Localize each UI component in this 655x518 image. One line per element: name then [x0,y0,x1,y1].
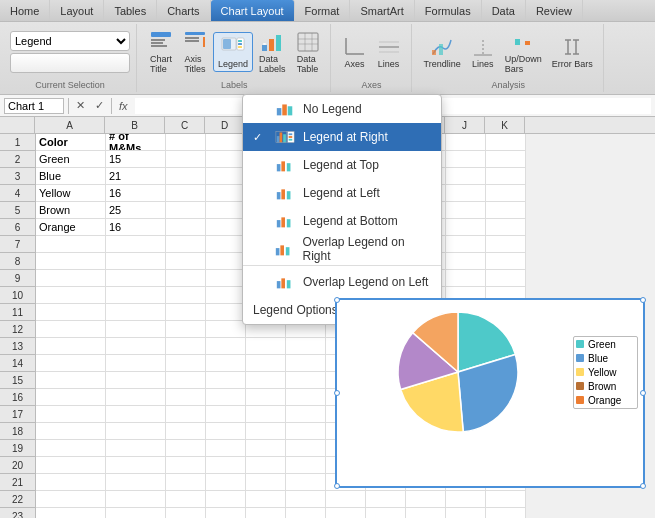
cell-r21c3[interactable] [166,474,206,491]
cell-r2c2[interactable]: 15 [106,151,166,168]
cell-r13c10[interactable] [446,338,486,355]
cell-r18c4[interactable] [206,423,246,440]
cell-r17c3[interactable] [166,406,206,423]
cell-r18c11[interactable] [486,423,526,440]
tab-layout[interactable]: Layout [50,0,104,21]
cell-r11c1[interactable] [36,304,106,321]
cell-r6c3[interactable] [166,219,206,236]
up-down-bars-button[interactable]: Up/DownBars [501,28,546,76]
cell-r9c2[interactable] [106,270,166,287]
cell-r19c7[interactable] [326,440,366,457]
cell-r17c6[interactable] [286,406,326,423]
cell-r12c1[interactable] [36,321,106,338]
cell-r1c1[interactable]: Color [36,134,106,151]
cell-r22c6[interactable] [286,491,326,508]
cell-r18c2[interactable] [106,423,166,440]
cell-r17c1[interactable] [36,406,106,423]
cell-r15c11[interactable] [486,372,526,389]
cell-r15c9[interactable] [406,372,446,389]
cell-r14c2[interactable] [106,355,166,372]
cell-r21c4[interactable] [206,474,246,491]
error-bars-button[interactable]: Error Bars [548,33,597,71]
cell-r21c8[interactable] [366,474,406,491]
cell-r22c8[interactable] [366,491,406,508]
cell-r6c4[interactable] [206,219,246,236]
cell-r1c2[interactable]: # of M&Ms [106,134,166,151]
cell-r21c2[interactable] [106,474,166,491]
cell-r15c3[interactable] [166,372,206,389]
cell-r16c7[interactable] [326,389,366,406]
tab-formulas[interactable]: Formulas [415,0,482,21]
cell-r13c9[interactable] [406,338,446,355]
cell-r9c10[interactable] [446,270,486,287]
cell-r17c4[interactable] [206,406,246,423]
cell-r19c3[interactable] [166,440,206,457]
axes-button[interactable]: Axes [339,33,371,71]
cell-r6c11[interactable] [486,219,526,236]
cell-r18c8[interactable] [366,423,406,440]
cell-r22c11[interactable] [486,491,526,508]
cell-r5c4[interactable] [206,202,246,219]
cell-r23c7[interactable] [326,508,366,518]
cell-r23c11[interactable] [486,508,526,518]
cell-r4c4[interactable] [206,185,246,202]
cell-r12c4[interactable] [206,321,246,338]
cell-r21c11[interactable] [486,474,526,491]
cell-r13c2[interactable] [106,338,166,355]
cell-r6c10[interactable] [446,219,486,236]
cell-r15c2[interactable] [106,372,166,389]
tab-tables[interactable]: Tables [104,0,157,21]
cell-r13c1[interactable] [36,338,106,355]
tab-charts[interactable]: Charts [157,0,210,21]
cell-r8c2[interactable] [106,253,166,270]
cell-r16c9[interactable] [406,389,446,406]
cell-r17c9[interactable] [406,406,446,423]
tab-format[interactable]: Format [295,0,351,21]
cell-r16c1[interactable] [36,389,106,406]
cell-r15c8[interactable] [366,372,406,389]
menu-item-no-legend[interactable]: No Legend [243,95,441,123]
cell-r20c5[interactable] [246,457,286,474]
cell-r20c4[interactable] [206,457,246,474]
confirm-button[interactable]: ✓ [92,99,107,112]
data-labels-button[interactable]: DataLabels [255,28,290,76]
cell-r10c2[interactable] [106,287,166,304]
cell-r15c4[interactable] [206,372,246,389]
cell-r19c10[interactable] [446,440,486,457]
cell-r14c8[interactable] [366,355,406,372]
cell-r10c10[interactable] [446,287,486,304]
cell-r6c1[interactable]: Orange [36,219,106,236]
cell-r9c11[interactable] [486,270,526,287]
cell-r3c3[interactable] [166,168,206,185]
cell-r6c2[interactable]: 16 [106,219,166,236]
cell-r15c5[interactable] [246,372,286,389]
menu-item-legend-at-left[interactable]: Legend at Left [243,179,441,207]
cell-r20c1[interactable] [36,457,106,474]
cell-r20c10[interactable] [446,457,486,474]
fx-button[interactable]: fx [116,100,131,112]
gridlines-button[interactable]: Lines [373,33,405,71]
tab-data[interactable]: Data [482,0,526,21]
cell-r1c3[interactable] [166,134,206,151]
axis-titles-button[interactable]: AxisTitles [179,28,211,76]
menu-item-overlap-legend-on-right[interactable]: Overlap Legend on Right [243,235,441,263]
cell-r17c11[interactable] [486,406,526,423]
cell-r16c10[interactable] [446,389,486,406]
cell-r22c7[interactable] [326,491,366,508]
cell-r17c7[interactable] [326,406,366,423]
cell-r13c5[interactable] [246,338,286,355]
cell-r8c4[interactable] [206,253,246,270]
cell-r22c10[interactable] [446,491,486,508]
cell-r17c2[interactable] [106,406,166,423]
cell-r23c10[interactable] [446,508,486,518]
chart-title-button[interactable]: ChartTitle [145,28,177,76]
cell-r14c10[interactable] [446,355,486,372]
cell-r2c1[interactable]: Green [36,151,106,168]
cell-r19c1[interactable] [36,440,106,457]
cell-r21c7[interactable] [326,474,366,491]
cell-r21c1[interactable] [36,474,106,491]
cell-r21c5[interactable] [246,474,286,491]
cell-r14c1[interactable] [36,355,106,372]
cell-r13c7[interactable] [326,338,366,355]
cell-r8c3[interactable] [166,253,206,270]
